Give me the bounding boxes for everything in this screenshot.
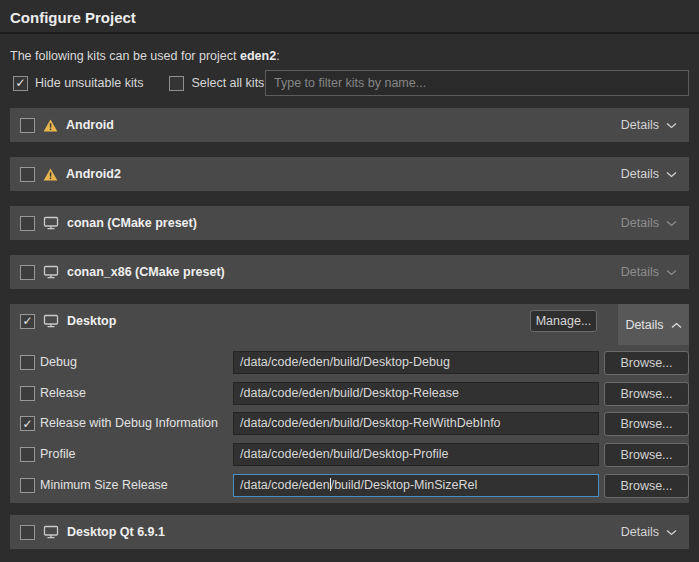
checkmark-icon: ✓ [22, 418, 32, 430]
browse-button[interactable]: Browse... [604, 474, 689, 498]
configure-project-screen: Configure Project The following kits can… [0, 0, 699, 562]
kit-checkbox[interactable] [20, 167, 35, 182]
build-config-row-release: Release /data/code/eden/build/Desktop-Re… [10, 382, 689, 406]
kit-row-android2: Android2 Details [10, 157, 689, 191]
config-label: Release with Debug Information [40, 416, 218, 430]
config-checkbox[interactable]: ✓ [20, 416, 35, 431]
config-checkbox[interactable] [20, 447, 35, 462]
details-label: Details [621, 118, 659, 132]
kit-name: conan_x86 (CMake preset) [67, 265, 225, 279]
warning-icon [43, 168, 58, 181]
build-config-row-profile: Profile /data/code/eden/build/Desktop-Pr… [10, 443, 689, 467]
checkmark-icon: ✓ [15, 77, 25, 89]
select-all-checkbox[interactable] [169, 76, 184, 91]
desktop-monitor-icon [43, 216, 59, 230]
details-toggle[interactable]: Details [621, 167, 677, 181]
kit-name: Desktop [67, 314, 116, 328]
build-dir-input-focused[interactable]: /data/code/eden/build/Desktop-MinSizeRel [233, 474, 599, 497]
page-title: Configure Project [10, 9, 136, 26]
browse-button[interactable]: Browse... [604, 443, 689, 467]
details-label: Details [625, 318, 663, 332]
kit-checkbox[interactable] [20, 265, 35, 280]
kit-row-conan: conan (CMake preset) Details [10, 206, 689, 240]
title-divider [0, 32, 699, 34]
kit-name: conan (CMake preset) [67, 216, 197, 230]
intro-text: The following kits can be used for proje… [10, 49, 280, 63]
chevron-up-icon [671, 318, 682, 332]
checkmark-icon: ✓ [22, 315, 32, 327]
select-all-label: Select all kits [191, 76, 264, 90]
browse-button[interactable]: Browse... [604, 382, 689, 406]
chevron-down-icon [666, 122, 677, 129]
kit-checkbox[interactable] [20, 216, 35, 231]
hide-unsuitable-label: Hide unsuitable kits [35, 76, 143, 90]
details-toggle-disabled[interactable]: Details [621, 216, 677, 230]
desktop-monitor-icon [43, 314, 59, 328]
details-toggle[interactable]: Details [621, 525, 677, 539]
project-name: eden2 [240, 49, 276, 63]
details-label: Details [621, 265, 659, 279]
details-toggle-expanded[interactable]: Details [618, 304, 689, 345]
details-label: Details [621, 167, 659, 181]
hide-unsuitable-checkbox[interactable]: ✓ [13, 76, 28, 91]
build-config-row-relwithdebinfo: ✓ Release with Debug Information /data/c… [10, 412, 689, 436]
config-label: Release [40, 386, 86, 400]
kit-filter-controls: ✓ Hide unsuitable kits Select all kits [13, 70, 264, 96]
build-dir-input[interactable]: /data/code/eden/build/Desktop-Release [233, 382, 599, 405]
kit-checkbox[interactable] [20, 525, 35, 540]
path-before-caret: /data/code/eden [240, 478, 330, 492]
kit-name: Android2 [66, 167, 121, 181]
config-label: Debug [40, 355, 77, 369]
details-toggle-disabled[interactable]: Details [621, 265, 677, 279]
build-dir-input[interactable]: /data/code/eden/build/Desktop-RelWithDeb… [233, 412, 599, 435]
chevron-down-icon [666, 269, 677, 276]
intro-suffix: : [276, 49, 279, 63]
kit-filter-input[interactable] [265, 70, 689, 96]
intro-prefix: The following kits can be used for proje… [10, 49, 240, 63]
browse-button[interactable]: Browse... [604, 351, 689, 375]
kit-row-desktop-qt: Desktop Qt 6.9.1 Details [10, 515, 689, 549]
details-label: Details [621, 216, 659, 230]
build-config-row-minsizerel: Minimum Size Release /data/code/eden/bui… [10, 474, 689, 498]
config-checkbox[interactable] [20, 478, 35, 493]
build-config-row-debug: Debug /data/code/eden/build/Desktop-Debu… [10, 351, 689, 375]
config-checkbox[interactable] [20, 386, 35, 401]
kit-name: Desktop Qt 6.9.1 [67, 525, 165, 539]
kit-name: Android [66, 118, 114, 132]
build-dir-input[interactable]: /data/code/eden/build/Desktop-Profile [233, 443, 599, 466]
browse-button[interactable]: Browse... [604, 412, 689, 436]
warning-icon [43, 119, 58, 132]
kit-row-android: Android Details [10, 108, 689, 142]
details-toggle[interactable]: Details [621, 118, 677, 132]
chevron-down-icon [666, 220, 677, 227]
path-after-caret: /build/Desktop-MinSizeRel [331, 478, 478, 492]
manage-kits-button[interactable]: Manage... [530, 310, 597, 332]
chevron-down-icon [666, 529, 677, 536]
build-dir-input[interactable]: /data/code/eden/build/Desktop-Debug [233, 351, 599, 374]
chevron-down-icon [666, 171, 677, 178]
config-label: Profile [40, 447, 75, 461]
kit-checkbox[interactable] [20, 118, 35, 133]
desktop-monitor-icon [43, 265, 59, 279]
kit-checkbox[interactable]: ✓ [20, 314, 35, 329]
desktop-monitor-icon [43, 525, 59, 539]
details-label: Details [621, 525, 659, 539]
config-label: Minimum Size Release [40, 478, 168, 492]
kit-row-conan-x86: conan_x86 (CMake preset) Details [10, 255, 689, 289]
kit-panel-desktop: ✓ Desktop Manage... Details Debug /data/… [10, 304, 689, 503]
config-checkbox[interactable] [20, 355, 35, 370]
